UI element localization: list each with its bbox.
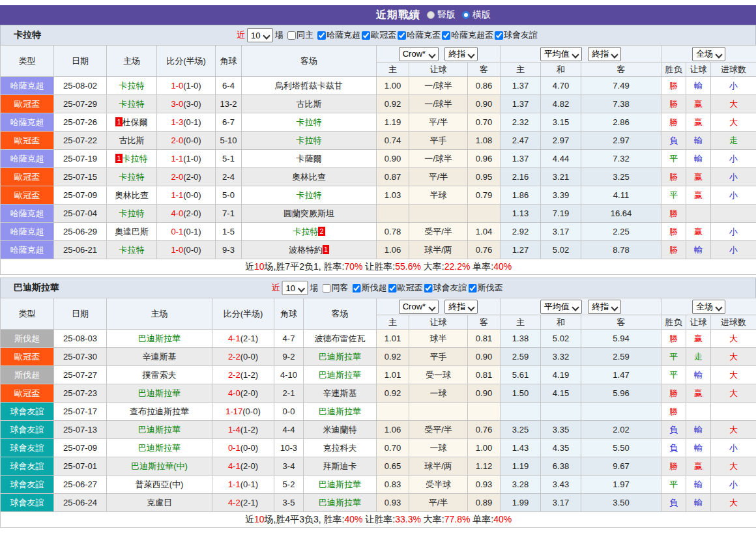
result-goals: 小	[711, 439, 756, 457]
match-row: 球會友誼25-07-17查布拉迪斯拉華1-17(0-0)0-0巴迪斯拉華勝	[1, 403, 756, 421]
team-section-home: 卡拉特 近 10 場 同主 哈薩克超 歐冠盃	[0, 25, 756, 275]
odds-home: 0.92	[377, 348, 409, 366]
team-label: 卡拉特	[293, 227, 318, 236]
league-checkbox[interactable]	[362, 31, 370, 40]
result-goals: 大	[711, 348, 756, 366]
same-venue-checkbox[interactable]	[323, 284, 331, 292]
league-filter-option[interactable]: 斯伐超	[353, 282, 387, 294]
score: 1-0(1-0)	[157, 77, 216, 95]
col-header-home: 主场	[107, 298, 212, 330]
games-suffix-label: 場	[310, 282, 319, 294]
avg-select[interactable]: 平均值	[540, 47, 582, 61]
red-card-badge: 1	[115, 154, 122, 163]
halftime-score: (0-0)	[183, 245, 201, 255]
scope-select[interactable]: 全场	[692, 47, 725, 61]
league-checkbox[interactable]	[469, 284, 477, 292]
result-outcome: 平	[662, 348, 686, 366]
games-count-select[interactable]: 10	[247, 28, 273, 42]
home-team: 普萊西亞(中)	[107, 476, 212, 494]
radio-horizontal-label: 橫版	[472, 9, 491, 21]
summary-value: 70%	[344, 261, 362, 272]
odds-home: 0.83	[377, 476, 409, 494]
avg-home: 2.16	[501, 168, 541, 186]
result-outcome: 勝	[662, 223, 686, 241]
score: 2-2(0-0)	[212, 348, 274, 366]
odds-away: 0.90	[468, 348, 501, 366]
match-row: 哈薩克超25-06-21卡拉特1-0(0-0)9-3波格特約11.06球半/两0…	[1, 241, 756, 259]
home-team: 1卡拉特	[107, 150, 157, 168]
score: 1-4(1-2)	[212, 421, 274, 439]
fulltime-score: 0-1	[171, 227, 183, 236]
odds-away: 0.95	[468, 168, 501, 186]
league-checkbox[interactable]	[424, 284, 433, 292]
odds-handicap: 球半/两	[409, 241, 468, 259]
league-checkbox[interactable]	[442, 31, 450, 40]
match-type-badge: 球會友誼	[1, 457, 54, 476]
team-label: 巴迪斯拉華	[138, 425, 181, 435]
filters: 近 10 場 同主 哈薩克超 歐冠盃	[237, 28, 538, 42]
avg-time-select[interactable]: 終指	[588, 300, 621, 314]
summary-row: 近10场,胜4平3负3, 胜率:40% 让胜率:33.3% 大率:77.8% 单…	[1, 512, 756, 528]
league-filter-option[interactable]: 歐冠盃	[362, 29, 396, 41]
league-filter-option[interactable]: 斯伐盃	[469, 282, 503, 294]
score: 2-2(1-2)	[212, 366, 274, 384]
league-checkbox[interactable]	[398, 31, 406, 40]
match-type-badge: 哈薩克超	[1, 77, 54, 95]
same-venue-option[interactable]: 同客	[323, 282, 349, 294]
team-label: 波格特約	[289, 245, 323, 255]
league-filter-option[interactable]: 歐冠盃	[388, 282, 423, 294]
away-team: 巴迪斯拉華	[304, 476, 377, 494]
odds-time-select[interactable]: 終指	[444, 47, 478, 61]
layout-radio-vertical[interactable]: 豎版	[427, 9, 456, 21]
match-row: 哈薩克超25-07-191卡拉特1-1(1-0)5-1卡薩爾0.90一/球半0.…	[1, 150, 756, 168]
result-handicap: 輸	[686, 366, 711, 384]
radio-vertical-label: 豎版	[437, 9, 456, 21]
fulltime-score: 4-0	[171, 208, 183, 218]
corners: 4-4	[274, 421, 304, 439]
league-filter-option[interactable]: 哈薩克超盃	[442, 29, 493, 41]
games-suffix-label: 場	[275, 29, 284, 41]
league-filter-option[interactable]: 球會友誼	[424, 282, 467, 294]
team-label: 查布拉迪斯拉華	[130, 406, 189, 416]
layout-radio-horizontal[interactable]: 橫版	[462, 9, 491, 21]
radio-unselected-icon[interactable]	[462, 11, 470, 19]
result-outcome: 勝	[662, 77, 686, 95]
league-checkbox[interactable]	[317, 31, 326, 40]
summary-value: 40%	[493, 261, 512, 272]
radio-selected-icon[interactable]	[427, 11, 435, 19]
result-goals	[711, 205, 756, 223]
score: 2-0(2-0)	[157, 168, 216, 186]
team-label: 米迪蘭特	[323, 425, 357, 435]
halftime-score: (2-1)	[240, 334, 258, 343]
league-checkbox[interactable]	[495, 31, 503, 40]
games-count-select[interactable]: 10	[282, 281, 308, 295]
odds-handicap: 一/球半	[409, 77, 468, 95]
scope-select[interactable]: 全场	[692, 300, 725, 314]
summary-label: 近	[245, 261, 254, 272]
odds-company-select[interactable]: Crow*	[399, 47, 439, 61]
league-filter-option[interactable]: 球會友誼	[495, 29, 538, 41]
odds-away: 0.81	[468, 330, 501, 348]
score: 1-1(1-0)	[157, 150, 216, 168]
match-date: 25-06-21	[54, 241, 107, 259]
league-filter-option[interactable]: 哈薩克盃	[398, 29, 441, 41]
odds-handicap: 平/半	[409, 113, 468, 132]
same-venue-checkbox[interactable]	[287, 31, 296, 40]
odds-company-select[interactable]: Crow*	[399, 300, 439, 314]
odds-handicap: 一/球半	[409, 95, 468, 113]
odds-handicap: 球半/两	[409, 457, 468, 476]
avg-select[interactable]: 平均值	[540, 300, 582, 314]
odds-handicap: 受平/半	[409, 223, 468, 241]
team-section-away: 巴迪斯拉華 近 10 場 同客 斯伐超 歐冠盃	[0, 278, 756, 528]
league-checkbox[interactable]	[388, 284, 397, 292]
league-filter-option[interactable]: 哈薩克超	[317, 29, 360, 41]
away-team: 辛連斯基	[304, 384, 377, 403]
avg-time-select[interactable]: 終指	[588, 47, 621, 61]
result-outcome: 勝	[662, 457, 686, 476]
red-card-badge: 1	[115, 117, 122, 126]
same-venue-option[interactable]: 同主	[287, 29, 313, 41]
odds-time-select[interactable]: 終指	[444, 300, 478, 314]
match-type-badge: 哈薩克超	[1, 241, 54, 259]
match-row: 哈薩克超25-07-04卡拉特4-0(2-0)7-1圓蘭突厥斯坦1.137.19…	[1, 205, 756, 223]
league-checkbox[interactable]	[353, 284, 361, 292]
